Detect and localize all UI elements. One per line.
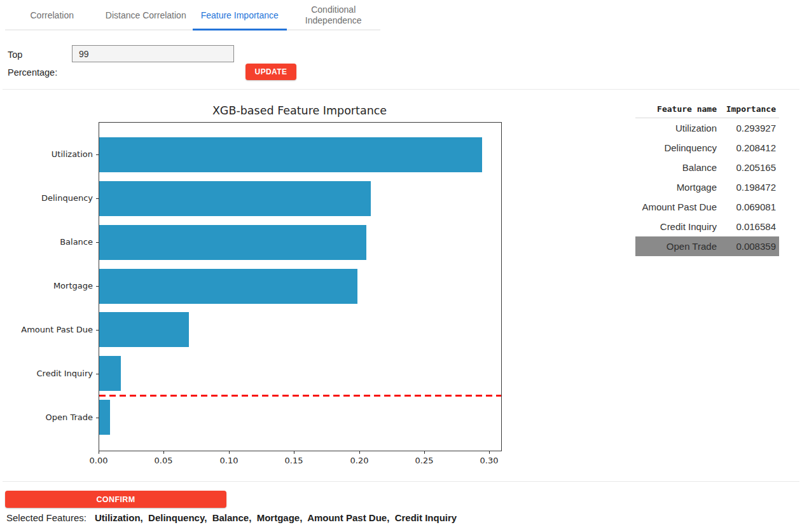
cell-feature: Open Trade [635, 241, 717, 252]
table-row[interactable]: Amount Past Due0.069081 [635, 197, 779, 217]
feature-table: Feature name Importance Utilization0.293… [635, 100, 779, 256]
bar-utilization [99, 137, 482, 172]
table-row[interactable]: Credit Inquiry0.016584 [635, 217, 779, 236]
feature-table-header: Feature name Importance [635, 100, 779, 118]
cell-importance: 0.208412 [717, 142, 779, 153]
selected-features-label: Selected Features: [6, 512, 86, 523]
y-tick-mark [96, 330, 99, 331]
table-row[interactable]: Open Trade0.008359 [635, 236, 779, 256]
y-tick-mark [96, 198, 99, 199]
y-tick-mark [96, 374, 99, 374]
y-axis-label: Credit Inquiry [0, 368, 93, 379]
cell-feature: Mortgage [635, 182, 717, 193]
bar-amount-past-due [99, 312, 189, 347]
bar-balance [99, 225, 366, 260]
y-tick-mark [96, 286, 99, 287]
cell-importance: 0.016584 [717, 221, 779, 232]
cell-importance: 0.008359 [717, 241, 779, 252]
confirm-button[interactable]: CONFIRM [5, 491, 226, 508]
x-tick-mark [99, 451, 99, 454]
cell-feature: Amount Past Due [635, 201, 717, 212]
cell-feature: Balance [635, 162, 717, 173]
bar-mortgage [99, 269, 357, 304]
x-tick-mark [294, 451, 294, 454]
x-tick-mark [424, 451, 425, 454]
table-row[interactable]: Mortgage0.198472 [635, 177, 779, 197]
x-tick-label: 0.05 [149, 456, 177, 465]
selected-features-line: Selected Features: Utilization, Delinque… [6, 512, 457, 523]
cell-feature: Utilization [635, 123, 717, 133]
cell-importance: 0.198472 [717, 182, 779, 193]
feature-importance-chart: XGB-based Feature Importance Utilization… [0, 0, 636, 483]
y-tick-mark [96, 418, 99, 418]
x-tick-label: 0.20 [345, 456, 373, 465]
x-tick-mark [163, 451, 164, 454]
cell-feature: Credit Inquiry [635, 221, 717, 232]
table-row[interactable]: Utilization0.293927 [635, 118, 779, 138]
divider [3, 481, 799, 482]
x-tick-label: 0.15 [280, 456, 308, 465]
header-importance: Importance [717, 104, 779, 114]
y-tick-mark [96, 154, 99, 155]
y-axis-label: Balance [0, 236, 93, 248]
chart-title: XGB-based Feature Importance [99, 104, 501, 117]
table-row[interactable]: Delinquency0.208412 [635, 138, 779, 158]
y-axis-label: Delinquency [0, 193, 93, 204]
bar-credit-inquiry [99, 356, 121, 391]
table-row[interactable]: Balance0.205165 [635, 158, 779, 177]
y-axis-label: Mortgage [0, 280, 93, 292]
cell-importance: 0.069081 [717, 201, 779, 212]
x-tick-label: 0.00 [85, 456, 113, 465]
y-axis-label: Utilization [0, 149, 93, 160]
x-tick-label: 0.25 [410, 456, 438, 465]
x-tick-mark [359, 451, 360, 454]
y-axis-label: Amount Past Due [0, 324, 93, 336]
cell-importance: 0.205165 [717, 162, 779, 173]
cell-feature: Delinquency [635, 142, 717, 153]
bar-open-trade [99, 400, 110, 435]
x-tick-label: 0.30 [475, 456, 503, 465]
header-feature-name: Feature name [635, 104, 717, 114]
y-axis-label: Open Trade [0, 412, 93, 423]
x-tick-mark [229, 451, 230, 454]
cutoff-line [99, 395, 501, 397]
cell-importance: 0.293927 [717, 123, 779, 133]
bar-delinquency [99, 181, 371, 216]
x-tick-label: 0.10 [215, 456, 243, 465]
y-tick-mark [96, 242, 99, 243]
selected-features-list: Utilization, Delinquency, Balance, Mortg… [95, 512, 457, 523]
x-tick-mark [489, 451, 490, 454]
